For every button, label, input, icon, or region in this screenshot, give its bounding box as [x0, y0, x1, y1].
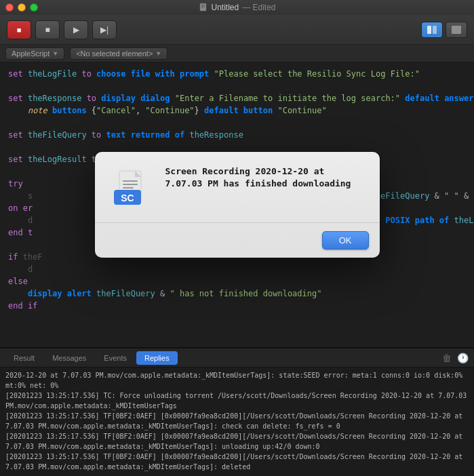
- chevron-down-icon: ▼: [52, 50, 58, 57]
- document-icon: [198, 3, 208, 12]
- dialog-content: SC Screen Recording 2020-12-20 at 7.07.0…: [95, 152, 380, 222]
- log-line-4: [20201223 13:25:17.536] TF[0BF2:0AEF] [0…: [5, 431, 469, 452]
- dialog-title: Screen Recording 2020-12-20 at 7.07.03 P…: [165, 165, 363, 190]
- language-selector[interactable]: AppleScript ▼: [5, 47, 64, 60]
- log-line-1: 2020-12-20 at 7.07.03 PM.mov/com.apple.m…: [5, 370, 469, 391]
- stop-button[interactable]: ■: [7, 20, 31, 39]
- svg-rect-1: [201, 5, 204, 5]
- step-button[interactable]: ▶|: [92, 20, 117, 39]
- bottom-panel: Result Messages Events Replies 🗑 🕐 2020-…: [0, 347, 474, 476]
- log-line-3: [20201223 13:25:17.536] TF[0BF2:0AEF] [0…: [5, 411, 469, 431]
- minimize-button[interactable]: [18, 3, 26, 12]
- toolbar: ■ ■ ▶ ▶|: [0, 15, 474, 45]
- tab-messages[interactable]: Messages: [44, 351, 94, 365]
- dialog-ok-button[interactable]: OK: [322, 231, 369, 250]
- bottom-tab-icons: 🗑 🕐: [442, 353, 469, 363]
- svg-rect-3: [201, 7, 203, 8]
- log-area: 2020-12-20 at 7.07.03 PM.mov/com.apple.m…: [0, 368, 474, 476]
- maximize-button[interactable]: [30, 3, 38, 12]
- svg-rect-5: [433, 26, 437, 34]
- selector-bar: AppleScript ▼ <No selected element> ▼: [0, 45, 474, 62]
- svg-rect-4: [427, 26, 431, 34]
- compile-button[interactable]: ■: [35, 20, 60, 39]
- single-view-button[interactable]: [446, 22, 467, 38]
- code-editor[interactable]: set theLogFile to choose file with promp…: [0, 62, 474, 347]
- file-document-icon: SC: [114, 168, 152, 206]
- svg-rect-0: [199, 3, 205, 11]
- log-line-5: [20201223 13:25:17.536] TF[0BF2:0AEF] [0…: [5, 452, 469, 472]
- window-title: Untitled — Edited: [198, 3, 275, 12]
- split-view-button[interactable]: [421, 22, 443, 38]
- svg-rect-10: [123, 184, 138, 185]
- close-button[interactable]: [5, 3, 14, 12]
- dialog-box: SC Screen Recording 2020-12-20 at 7.07.0…: [95, 152, 380, 258]
- view-buttons: [421, 22, 467, 38]
- tab-replies[interactable]: Replies: [136, 351, 178, 365]
- log-line-2: [20201223 13:25:17.536] TC: Force unload…: [5, 391, 469, 411]
- titlebar: Untitled — Edited: [0, 0, 474, 15]
- clock-icon[interactable]: 🕐: [457, 353, 469, 363]
- chevron-down-icon: ▼: [155, 50, 161, 57]
- bottom-tabs: Result Messages Events Replies 🗑 🕐: [0, 349, 474, 368]
- svg-rect-6: [452, 26, 461, 34]
- trash-icon[interactable]: 🗑: [442, 353, 452, 363]
- dialog-footer: OK: [95, 222, 380, 258]
- tab-events[interactable]: Events: [96, 351, 135, 365]
- svg-rect-2: [201, 6, 204, 7]
- svg-rect-9: [123, 180, 138, 182]
- svg-text:SC: SC: [121, 193, 134, 203]
- run-button[interactable]: ▶: [64, 20, 88, 39]
- svg-rect-11: [123, 187, 134, 189]
- dialog-file-icon: SC: [111, 165, 155, 209]
- dialog-overlay: SC Screen Recording 2020-12-20 at 7.07.0…: [0, 62, 474, 347]
- tab-result[interactable]: Result: [5, 351, 43, 365]
- traffic-lights: [5, 3, 38, 12]
- dialog-text-area: Screen Recording 2020-12-20 at 7.07.03 P…: [165, 165, 363, 193]
- element-selector[interactable]: <No selected element> ▼: [70, 47, 167, 60]
